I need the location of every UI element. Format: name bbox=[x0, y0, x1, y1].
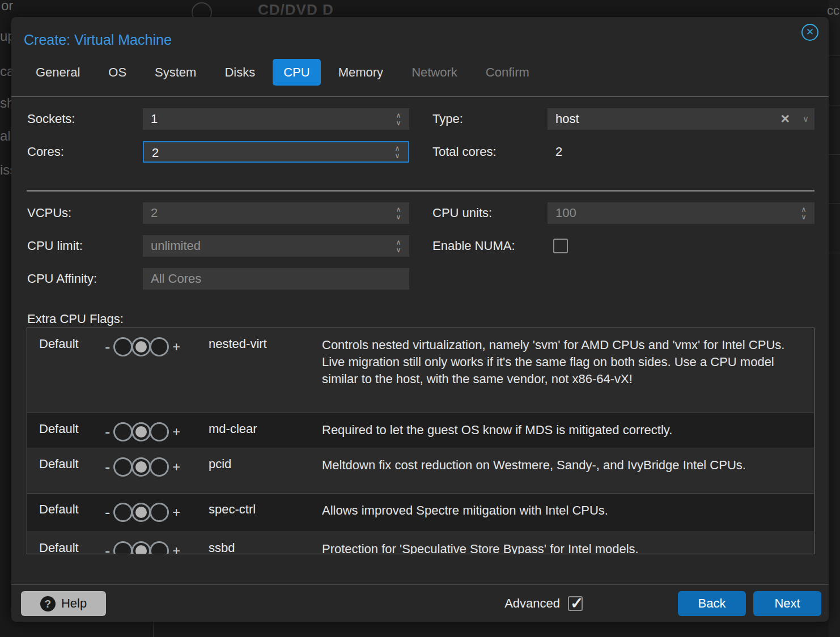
table-row: Default - + md-clear Required to let the… bbox=[27, 413, 814, 448]
backdrop-divider bbox=[153, 622, 154, 637]
sockets-spinner[interactable]: ∧∨ bbox=[393, 110, 404, 128]
cpu-affinity-input[interactable]: All Cores bbox=[143, 268, 409, 290]
tab-disks[interactable]: Disks bbox=[214, 59, 266, 86]
sockets-input[interactable]: 1 ∧∨ bbox=[143, 108, 409, 130]
tab-system[interactable]: System bbox=[144, 59, 207, 86]
flag-description: Meltdown fix cost reduction on Westmere,… bbox=[322, 448, 814, 493]
back-button[interactable]: Back bbox=[678, 591, 746, 616]
flag-value: Default bbox=[27, 532, 105, 554]
table-row: Default - + ssbd Protection for 'Specula… bbox=[27, 532, 814, 554]
flag-state-default-icon[interactable] bbox=[131, 422, 151, 441]
backdrop-text-fragment: cc bbox=[827, 3, 839, 18]
next-button[interactable]: Next bbox=[753, 591, 821, 616]
flag-state-off-icon[interactable] bbox=[113, 457, 133, 477]
flag-state-off-icon[interactable] bbox=[113, 422, 133, 441]
flag-state-on-icon[interactable] bbox=[150, 541, 169, 554]
flag-state-default-icon[interactable] bbox=[131, 337, 151, 356]
chevron-down-icon[interactable]: ∨ bbox=[803, 108, 809, 130]
flag-minus[interactable]: - bbox=[105, 458, 110, 476]
flag-description: Required to let the guest OS know if MDS… bbox=[322, 413, 814, 448]
advanced-label: Advanced bbox=[504, 596, 560, 611]
advanced-checkbox[interactable] bbox=[568, 596, 583, 611]
enable-numa-label: Enable NUMA: bbox=[432, 235, 515, 257]
flag-state-on-icon[interactable] bbox=[150, 457, 169, 477]
clear-icon[interactable]: ✕ bbox=[780, 108, 790, 130]
flag-description: Allows improved Spectre mitigation with … bbox=[322, 494, 814, 532]
type-label: Type: bbox=[432, 108, 463, 130]
vcpus-label: VCPUs: bbox=[27, 202, 71, 224]
flag-value: Default bbox=[27, 448, 105, 493]
flag-value: Default bbox=[27, 328, 105, 413]
cpu-units-input: 100 ∧∨ bbox=[548, 202, 814, 224]
enable-numa-checkbox[interactable] bbox=[553, 239, 568, 253]
flag-state-on-icon[interactable] bbox=[150, 422, 169, 441]
spin-down-icon: ∨ bbox=[396, 246, 401, 253]
cpu-affinity-label: CPU Affinity: bbox=[27, 268, 97, 290]
total-cores-label: Total cores: bbox=[432, 141, 497, 163]
help-question-icon: ? bbox=[40, 596, 56, 611]
type-combobox[interactable]: host ✕ ∨ bbox=[548, 108, 814, 130]
flag-state-on-icon[interactable] bbox=[150, 503, 169, 522]
flag-state-off-icon[interactable] bbox=[113, 541, 133, 554]
backdrop-text-fragment: or bbox=[1, 0, 13, 14]
cores-input[interactable]: 2 ∧∨ bbox=[143, 141, 409, 163]
flag-minus[interactable]: - bbox=[105, 542, 110, 554]
flag-plus[interactable]: + bbox=[172, 504, 180, 520]
flag-state-on-icon[interactable] bbox=[150, 337, 169, 356]
cpu-limit-input: unlimited ∧∨ bbox=[143, 235, 409, 257]
flag-state-default-icon[interactable] bbox=[131, 541, 151, 554]
tab-memory[interactable]: Memory bbox=[328, 59, 394, 86]
flag-tri-state-slider[interactable]: - + bbox=[105, 422, 180, 441]
flag-plus[interactable]: + bbox=[172, 424, 180, 440]
cpu-units-spinner: ∧∨ bbox=[799, 204, 809, 222]
flag-name: nested-virt bbox=[209, 328, 322, 413]
flag-state-off-icon[interactable] bbox=[113, 337, 133, 356]
flag-tri-state-slider[interactable]: - + bbox=[105, 337, 180, 356]
tab-cpu[interactable]: CPU bbox=[273, 59, 320, 86]
cores-spinner[interactable]: ∧∨ bbox=[392, 143, 402, 161]
tabbar-divider bbox=[11, 96, 829, 97]
backdrop-table-edge bbox=[829, 0, 840, 637]
flag-tri-state-slider[interactable]: - + bbox=[105, 541, 180, 554]
close-icon[interactable]: ✕ bbox=[801, 24, 818, 41]
spin-down-icon: ∨ bbox=[396, 119, 401, 126]
flag-state-default-icon[interactable] bbox=[131, 503, 151, 522]
flag-minus[interactable]: - bbox=[105, 338, 110, 356]
cpu-flags-table[interactable]: Default - + nested-virt Controls nested … bbox=[27, 328, 814, 554]
help-button[interactable]: ? Help bbox=[21, 591, 106, 616]
spin-down-icon: ∨ bbox=[396, 213, 401, 220]
total-cores-value: 2 bbox=[555, 141, 562, 163]
spin-down-icon: ∨ bbox=[394, 152, 400, 159]
flag-plus[interactable]: + bbox=[172, 339, 180, 355]
cpu-limit-label: CPU limit: bbox=[27, 235, 83, 257]
spin-down-icon: ∨ bbox=[801, 213, 807, 220]
flag-minus[interactable]: - bbox=[105, 423, 110, 441]
flag-tri-state-slider[interactable]: - + bbox=[105, 503, 180, 522]
flag-state-off-icon[interactable] bbox=[113, 503, 133, 522]
flag-name: spec-ctrl bbox=[209, 494, 322, 532]
table-row: Default - + spec-ctrl Allows improved Sp… bbox=[27, 494, 814, 532]
flag-plus[interactable]: + bbox=[172, 459, 180, 475]
tab-network: Network bbox=[401, 59, 468, 86]
flag-name: pcid bbox=[209, 448, 322, 493]
flag-state-default-icon[interactable] bbox=[131, 457, 151, 477]
sockets-label: Sockets: bbox=[27, 108, 75, 130]
tab-os[interactable]: OS bbox=[97, 59, 137, 86]
flag-minus[interactable]: - bbox=[105, 503, 110, 521]
tab-general[interactable]: General bbox=[25, 59, 91, 86]
flag-name: md-clear bbox=[209, 413, 322, 448]
dialog-footer: ? Help Advanced Back Next bbox=[11, 584, 829, 622]
table-row: Default - + nested-virt Controls nested … bbox=[27, 328, 814, 413]
help-button-label: Help bbox=[61, 596, 87, 611]
flag-tri-state-slider[interactable]: - + bbox=[105, 457, 180, 477]
flag-description: Protection for 'Speculative Store Bypass… bbox=[322, 532, 814, 554]
section-divider bbox=[27, 190, 814, 192]
dialog-title: Create: Virtual Machine bbox=[24, 32, 172, 48]
cores-label: Cores: bbox=[27, 141, 64, 163]
flag-plus[interactable]: + bbox=[172, 543, 180, 554]
flag-description: Controls nested virtualization, namely '… bbox=[322, 328, 814, 413]
flag-value: Default bbox=[27, 494, 105, 532]
flag-name: ssbd bbox=[209, 532, 322, 554]
flag-value: Default bbox=[27, 413, 105, 448]
vcpus-input: 2 ∧∨ bbox=[143, 202, 409, 224]
